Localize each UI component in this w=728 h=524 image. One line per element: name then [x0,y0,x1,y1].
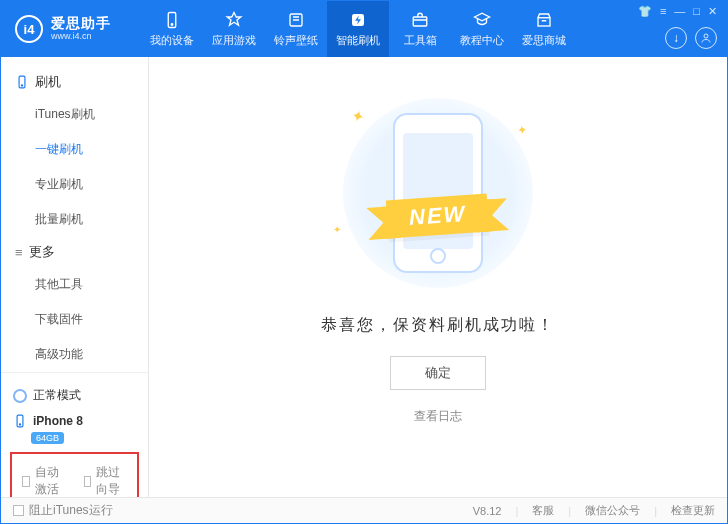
device-name: iPhone 8 [33,414,83,428]
svg-point-10 [19,424,20,425]
tab-ringtones[interactable]: 铃声壁纸 [265,1,327,57]
status-bar: 阻止iTunes运行 V8.12 | 客服 | 微信公众号 | 检查更新 [1,497,727,523]
star-icon: ✦ [349,106,366,128]
devices-icon [162,10,182,30]
tshirt-icon[interactable]: 👕 [638,5,652,18]
check-update-link[interactable]: 检查更新 [671,503,715,518]
sidebar-item[interactable]: 批量刷机 [35,202,148,237]
refresh-icon [13,389,27,403]
more-icon: ≡ [15,245,23,260]
sidebar-item[interactable]: 下载固件 [35,302,148,337]
tab-flash[interactable]: 智能刷机 [327,1,389,57]
checkbox-icon [22,476,30,487]
device-mode[interactable]: 正常模式 [11,381,138,410]
sidebar-item[interactable]: 其他工具 [35,267,148,302]
svg-point-1 [171,24,173,26]
version-label: V8.12 [473,505,502,517]
tutorial-icon [472,10,492,30]
sidebar: 刷机 iTunes刷机一键刷机专业刷机批量刷机 ≡ 更多 其他工具下载固件高级功… [1,57,149,497]
block-itunes-checkbox[interactable]: 阻止iTunes运行 [13,502,113,519]
mall-icon [534,10,554,30]
tab-apps[interactable]: 应用游戏 [203,1,265,57]
new-ribbon: NEW [386,194,490,239]
tab-toolbox[interactable]: 工具箱 [389,1,451,57]
skip-guide-checkbox[interactable]: 跳过向导 [84,464,128,498]
brand-logo-icon: i4 [15,15,43,43]
menu-icon[interactable]: ≡ [660,5,666,18]
ok-button[interactable]: 确定 [390,356,486,390]
sidebar-item[interactable]: 一键刷机 [35,132,148,167]
capacity-badge: 64GB [31,432,64,444]
checkbox-icon [13,505,24,516]
brand: i4 爱思助手 www.i4.cn [1,15,141,43]
view-log-link[interactable]: 查看日志 [414,408,462,425]
app-header: i4 爱思助手 www.i4.cn 我的设备应用游戏铃声壁纸智能刷机工具箱教程中… [1,1,727,57]
svg-point-6 [704,34,708,38]
wechat-link[interactable]: 微信公众号 [585,503,640,518]
user-icon[interactable] [695,27,717,49]
brand-title: 爱思助手 [51,16,111,31]
close-button[interactable]: ✕ [708,5,717,18]
star-icon: ✦ [516,122,528,138]
tab-tutorial[interactable]: 教程中心 [451,1,513,57]
download-icon[interactable]: ↓ [665,27,687,49]
ringtones-icon [286,10,306,30]
success-illustration: ✦ ✦ ✦ NEW [323,93,553,293]
tab-devices[interactable]: 我的设备 [141,1,203,57]
checkbox-icon [84,476,92,487]
minimize-button[interactable]: — [674,5,685,18]
toolbox-icon [410,10,430,30]
svg-point-8 [21,85,22,86]
tab-mall[interactable]: 爱思商城 [513,1,575,57]
maximize-button[interactable]: □ [693,5,700,18]
main-content: ✦ ✦ ✦ NEW 恭喜您，保资料刷机成功啦！ 确定 查看日志 [149,57,727,497]
flash-icon [348,10,368,30]
sidebar-item[interactable]: iTunes刷机 [35,97,148,132]
sidebar-item[interactable]: 专业刷机 [35,167,148,202]
result-message: 恭喜您，保资料刷机成功啦！ [321,315,555,336]
sidebar-section-more[interactable]: ≡ 更多 [1,237,148,267]
brand-subtitle: www.i4.cn [51,32,111,42]
apps-icon [224,10,244,30]
svg-rect-4 [413,17,427,26]
support-link[interactable]: 客服 [532,503,554,518]
device-row[interactable]: iPhone 8 [11,410,138,430]
window-controls: 👕 ≡ — □ ✕ [638,5,717,18]
sidebar-item[interactable]: 高级功能 [35,337,148,372]
phone-icon [393,113,483,273]
sidebar-section-flash[interactable]: 刷机 [1,67,148,97]
svg-rect-5 [538,18,550,26]
auto-activate-checkbox[interactable]: 自动激活 [22,464,66,498]
